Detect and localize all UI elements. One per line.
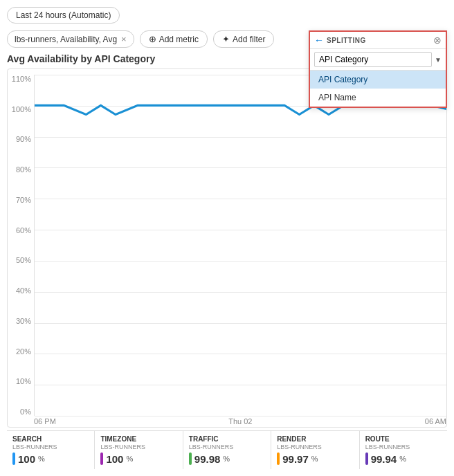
y-label-30: 30% — [10, 317, 31, 325]
legend-pct-traffic: % — [223, 455, 230, 463]
legend-pct-timezone: % — [126, 455, 133, 463]
y-label-50: 50% — [10, 256, 31, 264]
add-metric-icon: ⊕ — [149, 34, 156, 44]
legend-name-route: ROUTE — [365, 435, 390, 443]
legend-value-timezone: 100 — [106, 453, 123, 465]
chart-svg — [35, 75, 446, 416]
legend-value-search: 100 — [18, 453, 35, 465]
legend-bar-row-render: 99.97 % — [277, 452, 318, 465]
x-axis: 06 PM Thu 02 06 AM — [8, 416, 446, 427]
legend-pct-search: % — [38, 455, 45, 463]
legend-bar-route — [365, 452, 368, 465]
legend-pct-route: % — [399, 455, 406, 463]
controls-row: lbs-runners, Availability, Avg × ⊕ Add m… — [7, 30, 447, 48]
y-label-40: 40% — [10, 286, 31, 295]
legend-value-render: 99.97 — [282, 453, 309, 465]
legend-name-timezone: TIMEZONE — [100, 435, 136, 443]
metric-close-button[interactable]: × — [121, 34, 127, 44]
y-label-110: 110% — [10, 75, 31, 83]
y-axis: 110% 100% 90% 80% 70% 60% 50% 40% 30% 20… — [8, 75, 34, 416]
splitting-option-api-name[interactable]: API Name — [310, 89, 446, 107]
splitting-back-button[interactable]: ← — [314, 35, 324, 46]
legend-sub-traffic: LBS-RUNNERS — [189, 443, 234, 451]
y-label-60: 60% — [10, 226, 31, 235]
x-label-06pm: 06 PM — [34, 417, 56, 425]
legend-bar-render — [277, 452, 280, 465]
add-filter-icon: ✦ — [222, 34, 230, 44]
splitting-close-button[interactable]: ⊗ — [433, 35, 442, 46]
legend-item-route: ROUTE LBS-RUNNERS 99.94 % — [360, 431, 447, 469]
legend-bar-row-traffic: 99.98 % — [189, 452, 230, 465]
metric-label: lbs-runners, Availability, Avg — [15, 35, 117, 44]
y-label-90: 90% — [10, 135, 31, 143]
chart-plot — [34, 75, 446, 416]
add-filter-button[interactable]: ✦ Add filter — [213, 30, 274, 48]
legend-sub-timezone: LBS-RUNNERS — [100, 443, 145, 451]
x-label-thu02: Thu 02 — [228, 417, 252, 425]
add-metric-label: Add metric — [159, 35, 199, 44]
legend-item-timezone: TIMEZONE LBS-RUNNERS 100 % — [95, 431, 183, 469]
legend-row: SEARCH LBS-RUNNERS 100 % TIMEZONE LBS-RU… — [7, 430, 447, 469]
splitting-title: SPLITTING — [327, 37, 430, 44]
legend-item-render: RENDER LBS-RUNNERS 99.97 % — [271, 431, 359, 469]
legend-pct-render: % — [311, 455, 318, 463]
legend-bar-row-search: 100 % — [12, 452, 45, 465]
dropdown-arrow-icon: ▼ — [435, 56, 442, 64]
chart-inner: 110% 100% 90% 80% 70% 60% 50% 40% 30% 20… — [8, 75, 446, 416]
main-container: Last 24 hours (Automatic) lbs-runners, A… — [0, 0, 454, 476]
splitting-option-api-category[interactable]: API Category — [310, 71, 446, 89]
grid-line-0 — [35, 416, 446, 416]
y-label-20: 20% — [10, 347, 31, 356]
legend-value-route: 99.94 — [371, 453, 397, 465]
splitting-options-list: API Category API Name — [310, 71, 446, 107]
splitting-select-row: API Category API Name ▼ — [310, 49, 446, 71]
splitting-header: ← SPLITTING ⊗ — [310, 32, 446, 49]
legend-item-traffic: TRAFFIC LBS-RUNNERS 99.98 % — [183, 431, 271, 469]
legend-name-traffic: TRAFFIC — [189, 435, 219, 443]
splitting-panel: ← SPLITTING ⊗ API Category API Name ▼ AP… — [309, 30, 447, 108]
chart-area: 110% 100% 90% 80% 70% 60% 50% 40% 30% 20… — [7, 68, 447, 428]
y-label-80: 80% — [10, 165, 31, 174]
time-range-button[interactable]: Last 24 hours (Automatic) — [7, 7, 120, 24]
legend-bar-row-timezone: 100 % — [100, 452, 133, 465]
legend-name-search: SEARCH — [12, 435, 42, 443]
y-label-10: 10% — [10, 377, 31, 385]
metric-pill: lbs-runners, Availability, Avg × — [7, 30, 134, 48]
x-label-06am: 06 AM — [425, 417, 446, 425]
legend-value-traffic: 99.98 — [194, 453, 221, 465]
legend-bar-row-route: 99.94 % — [365, 452, 406, 465]
y-label-100: 100% — [10, 105, 31, 113]
legend-sub-route: LBS-RUNNERS — [365, 443, 410, 451]
add-filter-label: Add filter — [233, 35, 265, 44]
legend-item-search: SEARCH LBS-RUNNERS 100 % — [7, 431, 95, 469]
top-bar: Last 24 hours (Automatic) — [7, 7, 447, 24]
splitting-select[interactable]: API Category API Name — [314, 52, 432, 67]
y-label-0: 0% — [10, 408, 31, 416]
y-label-70: 70% — [10, 196, 31, 204]
legend-bar-search — [12, 452, 15, 465]
legend-bar-traffic — [189, 452, 192, 465]
add-metric-button[interactable]: ⊕ Add metric — [140, 30, 208, 48]
legend-sub-render: LBS-RUNNERS — [277, 443, 322, 451]
legend-sub-search: LBS-RUNNERS — [12, 443, 57, 451]
legend-name-render: RENDER — [277, 435, 306, 443]
legend-bar-timezone — [100, 452, 103, 465]
